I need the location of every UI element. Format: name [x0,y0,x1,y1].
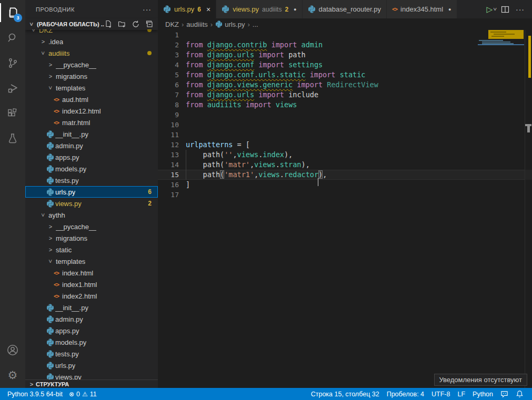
breadcrumb-item[interactable]: urls.py [215,20,245,28]
tree-item-static[interactable]: >static [25,244,158,255]
feedback-icon[interactable] [497,388,511,400]
tree-item-models-py[interactable]: models.py [25,336,158,348]
line-number: 6 [158,80,179,90]
activity-item-search[interactable] [0,25,25,50]
tree-item-index2-html[interactable]: <>index2.html [25,290,158,302]
breadcrumb-label: audiiits [186,20,207,28]
refresh-icon[interactable] [132,20,140,28]
sidebar-title: ПРОВОДНИК [36,6,75,13]
breadcrumb-label: ... [253,20,258,28]
tree-item--pycache-[interactable]: >__pycache__ [25,221,158,232]
tree-item-apps-py[interactable]: apps.py [25,325,158,336]
split-editor-icon[interactable] [499,5,511,14]
tree-item-index-html[interactable]: <>index.html [25,267,158,279]
tab-urls-py[interactable]: urls.py6× [158,0,216,18]
code-token [254,90,258,99]
tree-item-matr-html[interactable]: <>matr.html [25,117,158,128]
python-file-icon [46,130,54,138]
breadcrumb-item[interactable]: ... [253,20,258,28]
problems-badge: 2 [148,200,152,207]
status-item-строка-15-столбец-32[interactable]: Строка 15, столбец 32 [308,388,383,400]
tree-item--pycache-[interactable]: >__pycache__ [25,59,158,70]
activity-item-account[interactable] [0,337,25,363]
breadcrumb-separator-icon: › [209,20,214,28]
code-token: import [258,60,284,69]
status-bar-left: Python 3.9.5 64-bit ⊗ 0 ⚠ 11 [4,388,100,400]
file-tree: >DKZ>.idea>audiiits>__pycache__>migratio… [25,29,158,380]
overview-ruler-warning-marker [528,36,531,78]
tree-item-dkz[interactable]: >DKZ [25,29,158,36]
tree-item-apps-py[interactable]: apps.py [25,151,158,163]
tree-item-migrations[interactable]: >migrations [25,70,158,82]
tree-item-urls-py[interactable]: urls.py [25,360,158,371]
new-folder-icon[interactable] [118,20,126,28]
tab-database-roouter-py[interactable]: database_roouter.py [303,0,387,18]
tree-item-label: audiiits [48,49,69,57]
vertical-scrollbar[interactable] [525,30,532,388]
tab-label: index345.html [400,5,443,13]
new-file-icon[interactable] [104,20,113,28]
code-token [254,50,258,59]
status-item-lf[interactable]: LF [454,388,468,400]
tree-item-templates[interactable]: >templates [25,82,158,94]
code-line-text: from django.contrib import admin [179,40,323,50]
run-dropdown-chevron-icon[interactable]: > [493,8,498,11]
tree-item--idea[interactable]: >.idea [25,36,158,47]
editor-more-actions-icon[interactable]: ··· [514,5,527,14]
notifications-bell-icon[interactable] [513,388,527,400]
line-number: 16 [158,180,179,190]
tab-problems-badge: 2 [285,6,288,13]
workspace-section-header[interactable]: > (РАБОЧАЯ ОБЛАСТЬ) ... [25,18,158,30]
tab-index345-html[interactable]: <>index345.html● [387,0,457,18]
outline-section-header[interactable]: > СТРУКТУРА [25,380,158,388]
tree-item-views-py[interactable]: views.py [25,371,158,380]
code-token: from [186,90,203,99]
problems-item[interactable]: ⊗ 0 ⚠ 11 [66,388,100,400]
code-editor[interactable]: 12from django.contrib import admin3from … [158,30,532,388]
tree-item-aythh[interactable]: >aythh [25,209,158,221]
tree-item-views-py[interactable]: views.py2 [25,198,158,209]
status-item-python[interactable]: Python [469,388,496,400]
tree-item-admin-py[interactable]: admin.py [25,313,158,325]
code-line-text: from django.urls import path [179,50,306,60]
breadcrumb-item[interactable]: DKZ [165,20,179,28]
tree-item-aud-html[interactable]: <>aud.html [25,94,158,105]
breadcrumb-item[interactable]: audiiits [186,20,207,28]
activity-item-settings[interactable]: ⚙ [0,363,25,388]
tab-views-py[interactable]: views.pyaudiiits2● [216,0,302,18]
collapse-all-icon[interactable] [145,20,154,28]
tree-item-index1-html[interactable]: <>index1.html [25,279,158,290]
code-token: import [246,100,272,109]
status-item-пробелов-4[interactable]: Пробелов: 4 [384,388,427,400]
tree-item--init-py[interactable]: __init__.py [25,128,158,140]
tree-item-models-py[interactable]: models.py [25,163,158,175]
tree-item-audiiits[interactable]: >audiiits [25,47,158,59]
python-interpreter-item[interactable]: Python 3.9.5 64-bit [4,388,66,400]
activity-item-explorer[interactable]: 3 [0,0,25,25]
activity-item-source-control[interactable] [0,50,25,76]
tree-item-admin-py[interactable]: admin.py [25,140,158,151]
tree-item-tests-py[interactable]: tests.py [25,348,158,360]
code-line-text [179,190,186,200]
activity-item-run-debug[interactable] [0,76,25,101]
tree-item-label: admin.py [55,142,83,150]
tree-item-tests-py[interactable]: tests.py [25,175,158,186]
code-token [203,100,207,109]
close-icon[interactable]: × [206,5,210,14]
code-token: import [258,50,284,59]
activity-item-extensions[interactable] [0,101,25,126]
chevron-down-icon: > [40,49,46,57]
sidebar-more-actions-icon[interactable]: ··· [140,5,154,14]
tree-item-label: templates [56,258,85,265]
status-item-utf-8[interactable]: UTF-8 [428,388,453,400]
tree-item-migrations[interactable]: >migrations [25,232,158,244]
tree-item-urls-py[interactable]: urls.py6 [25,186,158,198]
tree-item-index12-html[interactable]: <>index12.html [25,105,158,117]
code-token: django.views.generic [207,80,293,89]
tree-item-label: apps.py [55,153,79,161]
tree-item-templates[interactable]: >templates [25,255,158,267]
tree-item-label: index2.html [62,292,97,300]
run-python-file-icon[interactable]: ▷ [487,5,493,14]
tree-item--init-py[interactable]: __init__.py [25,302,158,313]
activity-item-testing[interactable] [0,126,25,151]
